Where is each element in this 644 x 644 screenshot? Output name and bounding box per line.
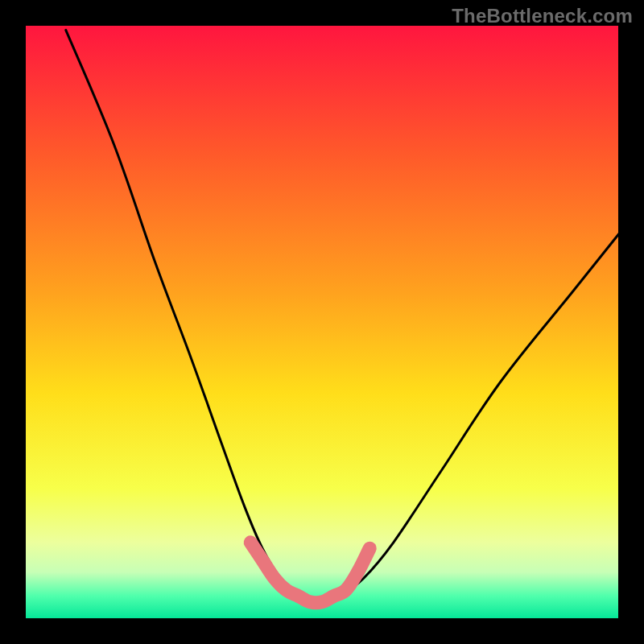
watermark-text: TheBottleneck.com [452, 5, 633, 27]
chart-container [0, 0, 644, 644]
bottleneck-chart [0, 0, 644, 644]
gradient-background [24, 24, 620, 620]
